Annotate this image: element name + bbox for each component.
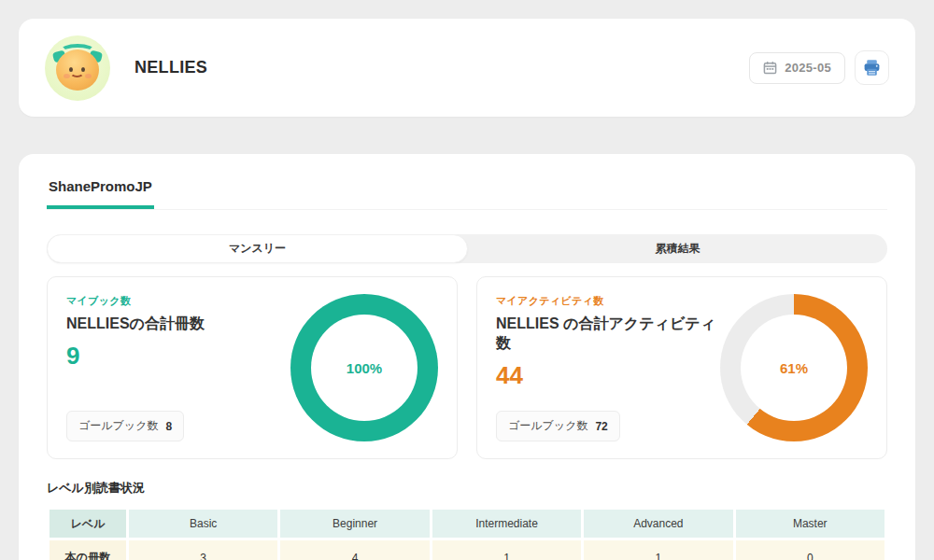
tab-shanepromojp[interactable]: ShanePromoJP bbox=[47, 176, 154, 209]
stat-label: マイブック数 bbox=[66, 294, 205, 308]
month-picker[interactable]: 2025-05 bbox=[749, 52, 845, 84]
col-header: Advanced bbox=[584, 510, 732, 538]
stat-value: 44 bbox=[496, 361, 720, 390]
donut-percent-label: 100% bbox=[290, 294, 438, 441]
toggle-monthly[interactable]: マンスリー bbox=[47, 234, 468, 263]
col-header: Intermediate bbox=[432, 510, 581, 538]
report-card: ShanePromoJP マンスリー 累積結果 マイブック数 NELLIESの合… bbox=[19, 154, 915, 560]
col-header-level: レベル bbox=[50, 510, 126, 538]
avatar bbox=[45, 35, 110, 101]
col-header: Beginner bbox=[280, 510, 429, 538]
col-header: Basic bbox=[129, 510, 277, 538]
header-card: NELLIES 2025-05 bbox=[19, 19, 915, 117]
goalbook-badge: ゴールブック数 8 bbox=[66, 411, 184, 441]
smiley-face-icon bbox=[56, 49, 99, 91]
level-section-title: レベル別読書状況 bbox=[47, 480, 887, 497]
mybooks-stat-card: マイブック数 NELLIESの合計冊数 9 ゴールブック数 8 100% bbox=[47, 276, 458, 459]
calendar-icon bbox=[763, 61, 777, 75]
table-cell: 4 bbox=[280, 540, 429, 560]
table-row: 本の冊数 3 4 1 1 0 bbox=[50, 540, 884, 560]
level-table: レベル Basic Beginner Intermediate Advanced… bbox=[47, 507, 887, 560]
period-toggle: マンスリー 累積結果 bbox=[47, 234, 887, 263]
table-cell: 1 bbox=[432, 540, 581, 560]
month-picker-value: 2025-05 bbox=[785, 61, 831, 75]
stat-value: 9 bbox=[66, 342, 205, 371]
col-header: Master bbox=[736, 510, 884, 538]
table-header-row: レベル Basic Beginner Intermediate Advanced… bbox=[50, 510, 884, 538]
table-cell: 1 bbox=[584, 540, 732, 560]
myactivities-stat-card: マイアクティビティ数 NELLIES の合計アクティビティ数 44 ゴールブック… bbox=[476, 276, 887, 459]
group-tabs: ShanePromoJP bbox=[47, 176, 887, 210]
table-cell: 3 bbox=[129, 540, 277, 560]
printer-icon bbox=[862, 58, 882, 77]
stat-label: マイアクティビティ数 bbox=[496, 294, 720, 308]
toggle-cumulative[interactable]: 累積結果 bbox=[468, 234, 887, 263]
donut-percent-label: 61% bbox=[720, 294, 868, 441]
goalbook-badge: ゴールブック数 72 bbox=[496, 411, 620, 441]
row-header-bookcount: 本の冊数 bbox=[50, 540, 126, 560]
activities-donut-chart: 61% bbox=[720, 294, 868, 441]
stat-title: NELLIES の合計アクティビティ数 bbox=[496, 315, 720, 354]
table-cell: 0 bbox=[736, 540, 884, 560]
stat-title: NELLIESの合計冊数 bbox=[66, 315, 205, 334]
books-donut-chart: 100% bbox=[290, 294, 438, 441]
page-title: NELLIES bbox=[134, 58, 207, 77]
print-button[interactable] bbox=[855, 50, 889, 85]
